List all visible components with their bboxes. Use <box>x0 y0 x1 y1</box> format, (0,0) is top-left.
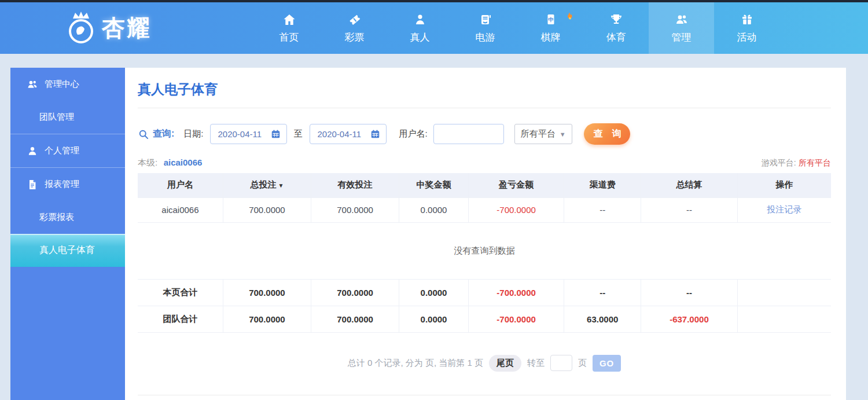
sidebar-item-label: 个人管理 <box>45 145 79 156</box>
table-header-row: 用户名 总投注▼ 有效投注 中奖金额 盈亏金额 渠道费 总结算 操作 <box>138 173 831 197</box>
sidebar-item-live-esports-report[interactable]: 真人电子体育 <box>10 234 125 267</box>
cell-win-amount: 0.0000 <box>399 197 469 222</box>
total-settlement: -637.0000 <box>641 306 738 332</box>
nav-item-lottery[interactable]: 彩票 <box>322 2 387 54</box>
nav-item-boardgames[interactable]: 中 棋牌 <box>518 2 583 54</box>
date-from-value: 2020-04-11 <box>218 129 270 139</box>
page-number-input[interactable] <box>550 355 572 371</box>
nav-item-label: 彩票 <box>345 31 365 44</box>
content-area: 管理中心 团队管理 个人管理 报表管理 彩票报表 真人电子体育 真人电子体育 <box>10 68 846 400</box>
flame-icon <box>564 12 574 22</box>
cell-username: aicai0066 <box>138 197 223 222</box>
sidebar-item-report-manage[interactable]: 报表管理 <box>10 168 125 201</box>
col-header-total-settlement: 总结算 <box>641 173 738 197</box>
sidebar: 管理中心 团队管理 个人管理 报表管理 彩票报表 真人电子体育 <box>10 68 125 400</box>
col-header-total-bet[interactable]: 总投注▼ <box>223 173 311 197</box>
brand-logo-text: 杏耀 <box>102 12 152 44</box>
nav-item-sports[interactable]: 体育 <box>583 2 649 54</box>
level-value: aicai0066 <box>164 157 203 167</box>
sidebar-item-team-manage[interactable]: 团队管理 <box>10 101 125 134</box>
level-row: 本级: aicai0066 游戏平台: 所有平台 <box>138 157 831 168</box>
last-page-button[interactable]: 尾页 <box>489 355 521 372</box>
nav-item-manage[interactable]: 管理 <box>649 2 714 54</box>
ticket-icon <box>348 13 362 27</box>
game-platform-label: 游戏平台: <box>762 158 796 167</box>
platform-select-value: 所有平台 <box>521 129 556 140</box>
cell-channel-fee: -- <box>564 197 641 222</box>
nav-item-home[interactable]: 首页 <box>256 2 322 54</box>
chevron-down-icon: ▼ <box>560 131 566 138</box>
username-input[interactable] <box>433 124 504 144</box>
main-nav: 首页 彩票 真人 电游 中 棋牌 体育 管理 活动 <box>256 2 779 54</box>
pagination-summary: 总计 0 个记录, 分为 页, 当前第 1 页 <box>348 358 483 369</box>
nav-item-label: 电游 <box>476 31 495 44</box>
cell-total-settlement: -- <box>641 197 738 222</box>
total-bet: 700.0000 <box>223 306 311 332</box>
bottom-divider <box>138 395 831 395</box>
home-icon <box>282 13 296 27</box>
svg-text:中: 中 <box>548 16 553 22</box>
nav-item-label: 管理 <box>672 31 692 44</box>
top-navbar: 杏耀 首页 彩票 真人 电游 中 棋牌 体育 管理 <box>0 2 868 54</box>
calendar-icon <box>370 129 381 140</box>
nav-item-activities[interactable]: 活动 <box>714 2 779 54</box>
query-label: 查询: <box>153 128 174 140</box>
total-label: 本页合计 <box>138 279 223 306</box>
nav-item-label: 体育 <box>606 31 626 44</box>
users-icon <box>675 13 689 27</box>
page-title: 真人电子体育 <box>138 80 831 98</box>
col-header-username: 用户名 <box>138 173 223 197</box>
col-header-profit-loss: 盈亏金额 <box>468 173 564 197</box>
brand-logo[interactable]: 杏耀 <box>65 2 152 54</box>
report-table: 用户名 总投注▼ 有效投注 中奖金额 盈亏金额 渠道费 总结算 操作 aicai… <box>138 173 831 333</box>
nav-item-live[interactable]: 真人 <box>387 2 453 54</box>
cell-actions: 投注记录 <box>737 197 831 222</box>
total-actions-empty <box>737 306 831 332</box>
calendar-icon <box>270 129 281 140</box>
platform-select[interactable]: 所有平台 ▼ <box>514 124 572 144</box>
page-unit-label: 页 <box>578 358 587 369</box>
date-to-label: 至 <box>294 129 303 140</box>
sidebar-item-lottery-report[interactable]: 彩票报表 <box>10 201 125 234</box>
total-profit-loss: -700.0000 <box>468 279 564 306</box>
title-divider <box>138 108 831 108</box>
slot-machine-icon <box>479 13 492 27</box>
trophy-icon <box>609 13 623 27</box>
nav-item-label: 首页 <box>279 31 299 44</box>
cell-total-bet: 700.0000 <box>223 197 311 222</box>
date-from-input[interactable]: 2020-04-11 <box>210 124 287 144</box>
nav-item-label: 活动 <box>737 31 757 44</box>
empty-row: 没有查询到数据 <box>138 222 831 279</box>
user-icon <box>27 145 38 157</box>
sidebar-item-manage-center[interactable]: 管理中心 <box>10 68 125 101</box>
total-label: 团队合计 <box>138 306 223 332</box>
query-button[interactable]: 查 询 <box>584 123 630 145</box>
go-button[interactable]: GO <box>593 355 621 372</box>
total-bet: 700.0000 <box>223 279 311 306</box>
sidebar-item-label: 真人电子体育 <box>39 244 95 256</box>
sidebar-item-label: 管理中心 <box>45 79 79 90</box>
pagination: 总计 0 个记录, 分为 页, 当前第 1 页 尾页 转至 页 GO <box>138 355 831 372</box>
date-to-input[interactable]: 2020-04-11 <box>310 124 387 144</box>
crown-badge-icon <box>65 10 97 46</box>
total-win: 0.0000 <box>399 306 469 332</box>
goto-label: 转至 <box>527 358 545 369</box>
cell-profit-loss: -700.0000 <box>468 197 564 222</box>
username-label: 用户名: <box>399 129 428 140</box>
nav-item-label: 真人 <box>410 31 430 44</box>
total-settlement: -- <box>641 279 738 306</box>
total-valid-bet: 700.0000 <box>311 306 399 332</box>
col-header-valid-bet: 有效投注 <box>311 173 399 197</box>
game-platform-value: 所有平台 <box>799 158 831 167</box>
person-icon <box>413 13 427 27</box>
col-header-win-amount: 中奖金额 <box>399 173 469 197</box>
sidebar-item-personal-manage[interactable]: 个人管理 <box>10 134 125 167</box>
sort-desc-icon: ▼ <box>278 182 284 189</box>
bet-records-link[interactable]: 投注记录 <box>767 204 801 214</box>
team-total-row: 团队合计 700.0000 700.0000 0.0000 -700.0000 … <box>138 306 831 332</box>
document-icon <box>27 179 38 190</box>
total-channel-fee: 63.0000 <box>564 306 641 332</box>
sidebar-item-label: 报表管理 <box>45 179 79 190</box>
nav-item-egames[interactable]: 电游 <box>453 2 518 54</box>
total-profit-loss: -700.0000 <box>468 306 564 332</box>
